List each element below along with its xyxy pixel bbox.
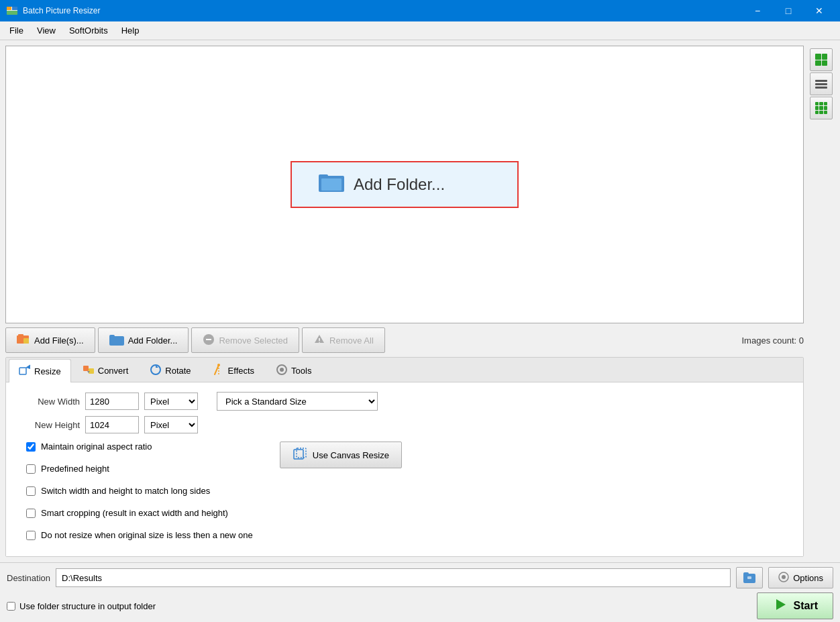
tools-tab-icon: [276, 364, 288, 378]
canvas-resize-icon: [293, 447, 307, 464]
svg-rect-3: [7, 11, 17, 15]
maintain-aspect-label: Maintain original aspect ratio: [41, 442, 152, 452]
tabs-row: Resize Convert: [6, 358, 803, 382]
maximize-button[interactable]: □: [773, 0, 804, 21]
width-unit-select[interactable]: Pixel Percent Inch Cm: [144, 393, 198, 410]
view-grid-button[interactable]: [810, 97, 833, 119]
options-label: Options: [793, 573, 823, 583]
add-folder-button[interactable]: Add Folder...: [98, 327, 189, 353]
do-not-resize-label: Do not resize when original size is less…: [41, 530, 253, 540]
list-icon: [815, 78, 827, 90]
bottom-section: Destination Options Use folder structure…: [0, 562, 840, 622]
tab-tools-label: Tools: [291, 366, 311, 376]
tabs-panel: Resize Convert: [5, 357, 804, 557]
checkboxes-area: Maintain original aspect ratio Predefine…: [19, 442, 253, 547]
svg-point-33: [782, 575, 786, 579]
minimize-button[interactable]: −: [742, 0, 773, 21]
menu-view[interactable]: View: [30, 23, 62, 38]
predefined-height-label: Predefined height: [41, 464, 109, 474]
destination-input[interactable]: [56, 568, 731, 587]
width-row: New Width Pixel Percent Inch Cm Pick a S…: [19, 392, 790, 411]
folder-large-icon: [319, 172, 344, 197]
app-icon: [5, 4, 19, 17]
remove-all-label: Remove All: [329, 335, 374, 346]
use-folder-structure-label: Use folder structure in output folder: [19, 601, 156, 611]
menu-softorbits[interactable]: SoftOrbits: [62, 23, 115, 38]
svg-rect-1: [7, 7, 11, 10]
predefined-height-row: Predefined height: [19, 464, 253, 474]
svg-rect-2: [12, 7, 17, 10]
do-not-resize-row: Do not resize when original size is less…: [19, 530, 253, 540]
height-row: New Height Pixel Percent Inch Cm: [19, 416, 790, 433]
tab-content-resize: New Width Pixel Percent Inch Cm Pick a S…: [6, 382, 803, 556]
remove-selected-icon: [203, 333, 215, 348]
maintain-aspect-checkbox[interactable]: [26, 442, 36, 452]
canvas-resize-label: Use Canvas Resize: [313, 450, 389, 460]
svg-point-16: [319, 342, 320, 343]
effects-tab-icon: [213, 364, 225, 378]
canvas-btn-area: Use Canvas Resize: [280, 442, 402, 468]
view-thumbnails-button[interactable]: [810, 48, 833, 71]
smart-cropping-label: Smart cropping (result in exact width an…: [41, 508, 228, 518]
tab-resize[interactable]: Resize: [9, 359, 71, 382]
smart-cropping-checkbox[interactable]: [26, 509, 36, 518]
browse-icon: [742, 570, 757, 585]
close-button[interactable]: ✕: [804, 0, 835, 21]
width-input[interactable]: [85, 393, 139, 410]
add-folder-large-label: Add Folder...: [354, 175, 445, 194]
start-label: Start: [794, 600, 818, 612]
standard-size-select[interactable]: Pick a Standard Size: [217, 392, 378, 411]
destination-row: Destination Options: [7, 567, 833, 588]
main-content: Add Folder... Add File(s)...: [0, 40, 840, 562]
switch-wh-row: Switch width and height to match long si…: [19, 486, 253, 496]
height-label: New Height: [19, 420, 80, 430]
add-files-label: Add File(s)...: [34, 335, 84, 346]
tab-effects-label: Effects: [228, 366, 255, 376]
add-files-icon: [17, 334, 30, 347]
maintain-aspect-row: Maintain original aspect ratio: [19, 442, 253, 452]
do-not-resize-checkbox[interactable]: [26, 531, 36, 540]
add-folder-large-button[interactable]: Add Folder...: [291, 161, 519, 208]
grid-icon: [815, 102, 827, 114]
svg-rect-8: [18, 334, 23, 337]
svg-rect-17: [19, 368, 26, 374]
svg-rect-19: [83, 366, 89, 371]
destination-label: Destination: [7, 573, 50, 583]
start-button[interactable]: Start: [757, 592, 833, 619]
svg-rect-31: [747, 576, 751, 579]
svg-rect-5: [319, 174, 328, 178]
menu-file[interactable]: File: [3, 23, 30, 38]
window-controls: − □ ✕: [742, 0, 835, 21]
remove-selected-button[interactable]: Remove Selected: [191, 327, 299, 353]
view-list-button[interactable]: [810, 72, 833, 95]
tab-resize-label: Resize: [34, 366, 61, 376]
use-folder-structure-checkbox[interactable]: [7, 602, 15, 611]
svg-point-26: [280, 368, 284, 372]
height-unit-select[interactable]: Pixel Percent Inch Cm: [144, 416, 198, 433]
tab-convert[interactable]: Convert: [72, 359, 139, 382]
tab-rotate[interactable]: Rotate: [140, 359, 201, 382]
tab-rotate-label: Rotate: [165, 366, 191, 376]
canvas-resize-button[interactable]: Use Canvas Resize: [280, 442, 402, 468]
svg-line-22: [215, 365, 219, 374]
tab-convert-label: Convert: [98, 366, 129, 376]
add-folder-label: Add Folder...: [128, 335, 178, 346]
height-input[interactable]: [85, 416, 139, 433]
switch-wh-label: Switch width and height to match long si…: [41, 486, 210, 496]
toolbar-row: Add File(s)... Add Folder...: [5, 327, 804, 353]
use-folder-structure-row: Use folder structure in output folder: [7, 599, 156, 614]
resize-content: New Width Pixel Percent Inch Cm Pick a S…: [19, 392, 790, 547]
svg-marker-34: [776, 599, 786, 610]
tab-effects[interactable]: Effects: [203, 359, 265, 382]
menu-help[interactable]: Help: [115, 23, 146, 38]
options-button[interactable]: Options: [768, 567, 833, 588]
destination-browse-button[interactable]: [736, 567, 763, 588]
predefined-height-checkbox[interactable]: [26, 464, 36, 474]
svg-rect-6: [321, 178, 342, 191]
add-files-button[interactable]: Add File(s)...: [5, 327, 95, 353]
start-icon: [772, 597, 788, 615]
options-icon: [778, 572, 789, 584]
remove-all-button[interactable]: Remove All: [302, 327, 385, 353]
tab-tools[interactable]: Tools: [266, 359, 321, 382]
switch-wh-checkbox[interactable]: [26, 486, 36, 496]
